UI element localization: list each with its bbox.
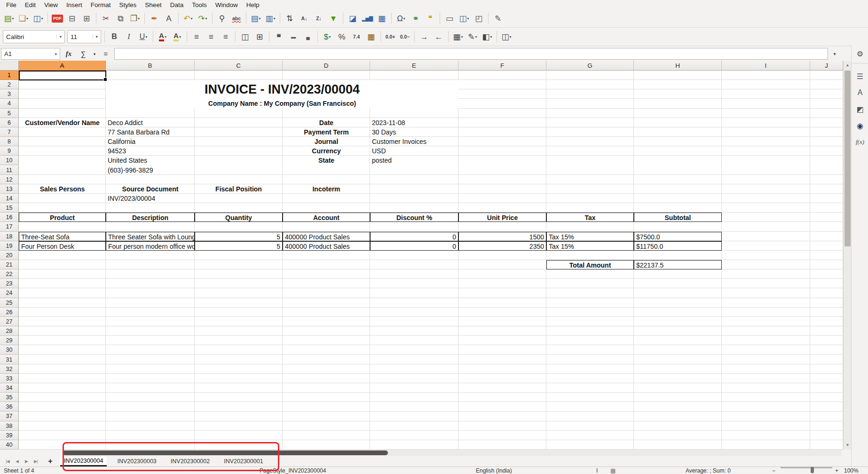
cell-B6[interactable]: Deco Addict	[106, 118, 195, 127]
row-header-40[interactable]: 40	[0, 440, 19, 450]
vertical-scrollbar-thumb[interactable]	[844, 71, 851, 246]
column-header-J[interactable]: J	[810, 61, 843, 71]
menu-data[interactable]: Data	[166, 1, 188, 9]
functions-button[interactable]: f(x)	[853, 135, 867, 149]
column-header-E[interactable]: E	[370, 61, 458, 71]
cell-A19[interactable]: Four Person Desk	[19, 241, 106, 251]
spelling-button[interactable]: abc	[229, 12, 244, 25]
row-header-38[interactable]: 38	[0, 421, 19, 431]
print-preview-button[interactable]: ⊞	[79, 12, 94, 25]
save-button[interactable]: ◫▾	[31, 12, 45, 25]
borders-dropdown-arrow[interactable]: ▾	[461, 35, 463, 39]
cell-E7[interactable]: 30 Days	[370, 127, 458, 137]
zoom-slider-thumb[interactable]	[811, 467, 814, 473]
insert-chart-button[interactable]: ▂▅▇	[360, 12, 374, 25]
select-all-corner[interactable]	[0, 61, 19, 71]
export-pdf-button[interactable]: PDF	[50, 12, 64, 25]
row-header-20[interactable]: 20	[0, 251, 19, 260]
cell-D9[interactable]: Currency	[283, 146, 370, 156]
print-button[interactable]: ⊟	[65, 12, 79, 25]
scroll-down-arrow[interactable]: ▼	[844, 441, 852, 450]
row-header-6[interactable]: 6	[0, 118, 19, 127]
row-header-26[interactable]: 26	[0, 308, 19, 317]
row-header-32[interactable]: 32	[0, 364, 19, 374]
font-size-combo[interactable]: 11▾	[67, 30, 101, 43]
align-top-button[interactable]: ▀	[272, 30, 286, 43]
row-header-2[interactable]: 2	[0, 80, 19, 89]
selection-mode-icon[interactable]: I	[596, 467, 598, 474]
format-currency-dropdown-arrow[interactable]: ▾	[329, 35, 331, 39]
row-header-11[interactable]: 11	[0, 166, 19, 175]
copy-button[interactable]: ⧉	[113, 12, 127, 25]
italic-button[interactable]: I	[122, 30, 136, 43]
format-currency-button[interactable]: $▾	[320, 30, 334, 43]
vertical-scrollbar[interactable]: ▲ ▼	[843, 61, 851, 450]
redo-dropdown-arrow[interactable]: ▾	[205, 16, 207, 21]
cell-E18[interactable]: 0	[370, 232, 458, 241]
row-header-7[interactable]: 7	[0, 127, 19, 137]
open-dropdown-arrow[interactable]: ▾	[26, 16, 28, 21]
cell-H19[interactable]: $11750.0	[634, 241, 722, 251]
conditional-formatting-button[interactable]: ◫▾	[499, 30, 513, 43]
menu-sheet[interactable]: Sheet	[141, 1, 166, 9]
row-header-28[interactable]: 28	[0, 326, 19, 336]
special-character-button[interactable]: Ω▾	[394, 12, 408, 25]
column-header-A[interactable]: A	[19, 61, 106, 71]
insert-row-button[interactable]: ▤▾	[249, 12, 263, 25]
row-header-31[interactable]: 31	[0, 355, 19, 364]
row-header-5[interactable]: 5	[0, 109, 19, 118]
show-draw-functions-button[interactable]: ✎	[491, 12, 505, 25]
properties-button[interactable]: ☰	[853, 70, 867, 83]
cell-F18[interactable]: 1500	[458, 232, 546, 241]
row-header-10[interactable]: 10	[0, 156, 19, 165]
format-percent-button[interactable]: %	[335, 30, 349, 43]
cell-D19[interactable]: 400000 Product Sales	[283, 241, 370, 251]
row-header-33[interactable]: 33	[0, 374, 19, 383]
sort-button[interactable]: ⇅	[283, 12, 297, 25]
cell-B16[interactable]: Description	[106, 213, 195, 222]
align-center-button[interactable]: ≡	[204, 30, 218, 43]
cell-G16[interactable]: Tax	[546, 213, 634, 222]
sort-ascending-button[interactable]: A↓	[297, 12, 311, 25]
borders-button[interactable]: ▦▾	[451, 30, 465, 43]
gallery-button[interactable]: ◩	[853, 103, 867, 116]
sort-descending-button[interactable]: Z↓	[312, 12, 326, 25]
font-color-button[interactable]: A▾	[156, 30, 170, 43]
cell-E10[interactable]: posted	[370, 156, 458, 165]
sheet-tab-INV202300002[interactable]: INV202300002	[167, 457, 213, 466]
format-date-button[interactable]: ▦	[364, 30, 378, 43]
row-header-18[interactable]: 18	[0, 232, 19, 241]
align-right-button[interactable]: ≡	[219, 30, 233, 43]
cell-C13[interactable]: Fiscal Position	[195, 184, 283, 194]
cell-B18[interactable]: Three Seater Sofa with Lounger in Steel …	[106, 232, 195, 241]
cell-E19[interactable]: 0	[370, 241, 458, 251]
insert-image-button[interactable]: ◪	[346, 12, 360, 25]
cell-B13[interactable]: Source Document	[106, 184, 195, 194]
clone-formatting-button[interactable]: ✒	[147, 12, 161, 25]
styles-button[interactable]: A	[853, 86, 867, 99]
menu-help[interactable]: Help	[242, 1, 264, 9]
cut-button[interactable]: ✂	[99, 12, 113, 25]
cells-area[interactable]: INVOICE - INV/2023/00004Company Name : M…	[19, 71, 843, 450]
zoom-in-button[interactable]: +	[835, 467, 838, 474]
save-dropdown-arrow[interactable]: ▾	[41, 16, 43, 21]
cell-A13[interactable]: Sales Persons	[19, 184, 106, 194]
expand-formula-bar-button[interactable]: ▾	[830, 51, 839, 56]
sheet-tab-INV202300003[interactable]: INV202300003	[113, 457, 160, 466]
row-header-23[interactable]: 23	[0, 279, 19, 288]
underline-button[interactable]: U▾	[136, 30, 150, 43]
menu-view[interactable]: View	[40, 1, 62, 9]
column-header-H[interactable]: H	[634, 61, 722, 71]
row-header-30[interactable]: 30	[0, 345, 19, 355]
cell-C19[interactable]: 5	[195, 241, 283, 251]
cell-A16[interactable]: Product	[19, 213, 106, 222]
paste-dropdown-arrow[interactable]: ▾	[138, 16, 140, 21]
cell-B10[interactable]: United States	[106, 156, 195, 165]
center-vertically-button[interactable]: ▬	[286, 30, 300, 43]
menu-file[interactable]: File	[2, 1, 21, 9]
open-button[interactable]: ❏▾	[16, 12, 31, 25]
last-sheet-button[interactable]: ▶|	[31, 457, 40, 466]
merge-and-center-button[interactable]: ◫	[238, 30, 252, 43]
row-header-34[interactable]: 34	[0, 383, 19, 393]
cell-D18[interactable]: 400000 Product Sales	[283, 232, 370, 241]
